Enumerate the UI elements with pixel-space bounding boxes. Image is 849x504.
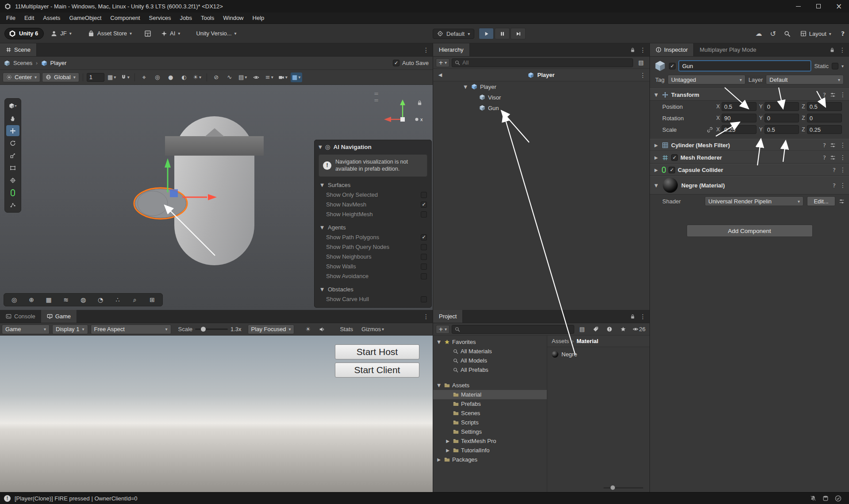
breadcrumb-current[interactable]: Material — [576, 338, 598, 344]
checkbox[interactable] — [421, 211, 427, 218]
scene-viewport[interactable]: x = = ▾ — [0, 85, 433, 310]
gizmo-lock-icon[interactable] — [417, 100, 423, 106]
component-enabled-checkbox[interactable]: ✓ — [668, 167, 675, 173]
create-asset-button[interactable]: +▾ — [436, 325, 449, 334]
gizmo-hidden-axis-dot[interactable] — [415, 118, 419, 121]
menu-tools[interactable]: Tools — [196, 12, 219, 23]
gizmo-y-cone[interactable] — [400, 99, 405, 105]
status-message[interactable]: [Player(Clone)] FIRE pressed | OwnerClie… — [15, 495, 138, 502]
tree-all-prefabs[interactable]: All Prefabs — [433, 365, 547, 374]
checkbox[interactable] — [421, 192, 427, 198]
tree-settings[interactable]: Settings — [433, 427, 547, 436]
lock-icon[interactable] — [830, 47, 835, 53]
mute-audio-toggle[interactable] — [316, 325, 328, 334]
favorite-icon[interactable] — [618, 325, 629, 334]
draw-mode-toggle[interactable]: ● — [165, 73, 177, 82]
tag-dropdown[interactable]: Untagged ▾ — [668, 75, 745, 84]
menu-file[interactable]: File — [2, 12, 20, 23]
hierarchy-item-gun[interactable]: Gun — [433, 103, 649, 113]
foldout-icon[interactable]: ▶ — [653, 143, 659, 148]
tab-console[interactable]: Console — [0, 310, 41, 323]
shading-mode-toggle[interactable]: ◎ — [152, 73, 163, 82]
rotate-tool[interactable] — [6, 137, 19, 149]
hierarchy-item-visor[interactable]: Visor — [433, 92, 649, 103]
dock-button[interactable] — [141, 28, 154, 39]
presets-icon[interactable] — [830, 155, 836, 160]
start-client-button[interactable]: Start Client — [335, 363, 419, 378]
move-overlay-icon[interactable]: ⊕ — [23, 294, 39, 305]
prefab-root-title[interactable]: Player — [528, 72, 554, 78]
add-component-button[interactable]: Add Component — [687, 225, 813, 237]
breadcrumb-current[interactable]: Player — [50, 60, 67, 66]
component-enabled-checkbox[interactable]: ✓ — [671, 154, 678, 161]
foldout-icon[interactable]: ▶ — [653, 155, 659, 160]
search-icon[interactable] — [784, 31, 791, 37]
mesh-filter-header[interactable]: ▶ Cylinder (Mesh Filter) ? ⋮ — [650, 139, 849, 151]
rotation-y-input[interactable] — [764, 114, 799, 122]
gizmo-center-handle[interactable] — [400, 117, 405, 122]
overlay-stack-dropdown[interactable]: ≡▾ — [264, 73, 275, 82]
mesh-overlay-icon[interactable]: ▦ — [41, 294, 57, 305]
presets-icon[interactable] — [830, 92, 836, 98]
foldout-icon[interactable]: ▼ — [436, 383, 442, 388]
material-menu-icon[interactable] — [839, 199, 845, 204]
layer-dropdown[interactable]: Default ▾ — [766, 75, 844, 84]
position-z-input[interactable] — [807, 102, 842, 111]
custom-tool[interactable] — [6, 199, 19, 210]
hierarchy-item-player[interactable]: ▼ Player — [433, 81, 649, 92]
magnet-snap-button[interactable]: ▾ — [119, 73, 131, 82]
kebab-icon[interactable]: ⋮ — [423, 313, 429, 320]
checkbox[interactable] — [421, 263, 427, 270]
help-icon[interactable]: ? — [823, 142, 826, 149]
kebab-icon[interactable]: ⋮ — [423, 46, 429, 53]
toggle-show-carve-hull[interactable]: Show Carve Hull — [315, 294, 431, 304]
grid-size-input[interactable] — [87, 73, 104, 82]
foldout-icon[interactable]: ▶ — [445, 439, 451, 443]
tree-all-models[interactable]: All Models — [433, 356, 547, 365]
pause-button[interactable] — [495, 28, 510, 39]
kebab-icon[interactable]: ⋮ — [640, 46, 646, 53]
icon-size-slider[interactable] — [603, 487, 643, 489]
checkbox[interactable]: ✓ — [421, 202, 427, 208]
check-circle-icon[interactable] — [835, 495, 841, 502]
menu-gameobject[interactable]: GameObject — [65, 12, 106, 23]
gizmos-grid-toggle[interactable]: ▦▾ — [291, 73, 302, 82]
foldout-icon[interactable]: ▼ — [462, 84, 469, 89]
kebab-icon[interactable]: ⋮ — [840, 182, 846, 189]
slider-thumb[interactable] — [611, 485, 615, 490]
asset-store-dropdown[interactable]: Asset Store ▾ — [85, 28, 135, 39]
play-mode-config-dropdown[interactable]: Default ▾ — [433, 29, 474, 39]
scene-camera-dropdown[interactable]: ▾ — [277, 73, 289, 82]
breadcrumb-root[interactable]: Scenes — [13, 60, 32, 66]
tab-scene[interactable]: Scene — [0, 43, 37, 56]
section-surfaces[interactable]: ▼Surfaces — [315, 180, 431, 190]
vsync-sun-toggle[interactable]: ☀ — [302, 325, 314, 334]
step-button[interactable] — [511, 28, 526, 39]
display-dropdown[interactable]: Display 1 ▾ — [52, 325, 88, 334]
quarter-overlay-icon[interactable]: ◔ — [92, 294, 108, 305]
static-checkbox[interactable] — [832, 63, 838, 69]
checkbox[interactable] — [421, 296, 427, 302]
material-header[interactable]: ▼ Negre (Material) ? ⋮ — [650, 176, 849, 195]
ai-dropdown[interactable]: AI ▾ — [158, 28, 183, 38]
menu-component[interactable]: Component — [106, 12, 144, 23]
foldout-icon[interactable]: ▶ — [436, 457, 442, 462]
collapse-icon[interactable]: ▼ — [319, 145, 322, 149]
position-x-input[interactable] — [722, 102, 757, 111]
foldout-icon[interactable]: ▼ — [653, 92, 659, 97]
foldout-icon[interactable]: ▶ — [445, 448, 451, 453]
gizmos-dropdown[interactable]: Gizmos▾ — [359, 325, 387, 334]
tree-scripts[interactable]: Scripts — [433, 418, 547, 427]
account-dropdown[interactable]: JF ▾ — [47, 28, 74, 39]
history-icon[interactable]: ↺ — [770, 30, 776, 38]
tree-prefabs[interactable]: Prefabs — [433, 399, 547, 409]
search-by-type-icon[interactable]: ▤ — [576, 325, 588, 334]
toggle-show-heightmesh[interactable]: Show HeightMesh — [315, 210, 431, 219]
kebab-icon[interactable]: ⋮ — [839, 46, 845, 53]
toggle-show-neighbours[interactable]: Show Neighbours — [315, 252, 431, 262]
visor-mesh[interactable] — [165, 136, 264, 156]
rotation-x-input[interactable] — [722, 114, 757, 122]
checkbox[interactable] — [421, 244, 427, 250]
static-dropdown-icon[interactable]: ▾ — [841, 64, 844, 69]
layers-dropdown[interactable]: ▤▾ — [237, 73, 249, 82]
